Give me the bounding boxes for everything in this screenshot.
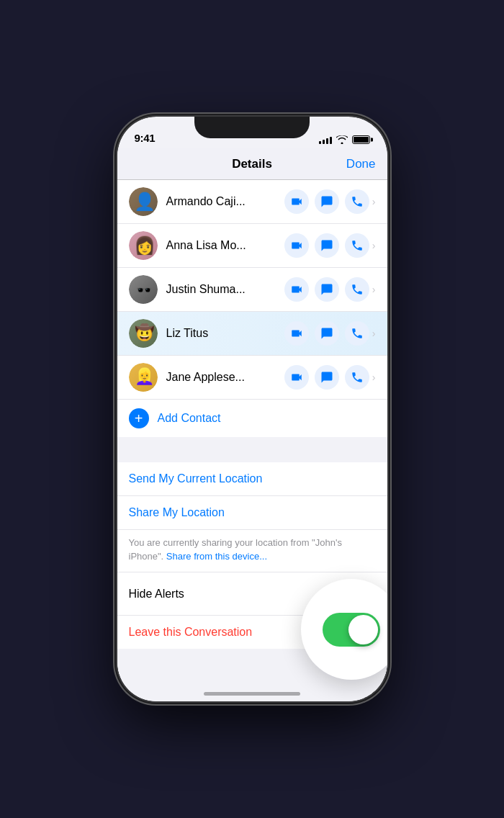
share-location-text: Share My Location	[129, 506, 225, 518]
chat-icon	[320, 327, 333, 340]
video-icon	[290, 371, 303, 384]
contact-name-armando: Armando Caji...	[166, 195, 284, 208]
wifi-icon	[336, 135, 348, 144]
chevron-icon-anna: ›	[372, 240, 376, 251]
add-contact-label: Add Contact	[158, 412, 221, 425]
battery-fill	[354, 137, 369, 143]
video-call-button-anna[interactable]	[284, 233, 309, 258]
video-call-button-liz[interactable]	[284, 321, 309, 346]
video-call-button-jane[interactable]	[284, 365, 309, 390]
notch	[194, 117, 310, 138]
phone-icon	[351, 371, 364, 384]
chevron-icon-armando: ›	[372, 196, 376, 207]
contact-actions-liz	[284, 321, 369, 346]
video-icon	[290, 239, 303, 252]
call-button-justin[interactable]	[345, 277, 369, 302]
avatar-justin	[129, 275, 158, 304]
chevron-icon-liz: ›	[372, 328, 376, 339]
add-contact-plus-icon: +	[129, 408, 149, 428]
send-location-text: Send My Current Location	[129, 472, 263, 485]
avatar-armando	[129, 187, 158, 216]
video-call-button-justin[interactable]	[284, 277, 309, 302]
signal-bar-2	[323, 140, 325, 144]
send-location-row[interactable]: Send My Current Location	[117, 462, 387, 496]
video-icon	[290, 327, 303, 340]
video-icon	[290, 195, 303, 208]
done-button[interactable]: Done	[346, 157, 376, 171]
contact-name-justin: Justin Shuma...	[166, 283, 284, 296]
chevron-icon-jane: ›	[372, 372, 376, 383]
share-location-row[interactable]: Share My Location	[117, 496, 387, 530]
contact-name-liz: Liz Titus	[166, 327, 284, 340]
video-icon	[290, 283, 303, 296]
contact-actions-armando	[284, 189, 369, 214]
contacts-section: Armando Caji... ›	[117, 180, 387, 437]
nav-bar: Details Done	[117, 148, 387, 180]
avatar-liz-image	[129, 319, 158, 348]
phone-icon	[351, 195, 364, 208]
call-button-liz[interactable]	[345, 321, 369, 346]
phone-icon	[351, 283, 364, 296]
chat-icon	[320, 239, 333, 252]
video-call-button-armando[interactable]	[284, 189, 309, 214]
call-button-jane[interactable]	[345, 365, 369, 390]
phone-frame: 9:41	[117, 117, 387, 701]
location-description: You are currently sharing your location …	[117, 530, 387, 572]
contact-row-justin[interactable]: Justin Shuma... ›	[117, 268, 387, 312]
call-button-armando[interactable]	[345, 189, 369, 214]
contact-name-anna: Anna Lisa Mo...	[166, 239, 284, 252]
contact-row-anna[interactable]: Anna Lisa Mo... ›	[117, 224, 387, 268]
contact-name-jane: Jane Applese...	[166, 371, 284, 384]
leave-conversation-text: Leave this Conversation	[129, 626, 253, 638]
avatar-justin-image	[129, 275, 158, 304]
signal-bars-icon	[319, 135, 332, 144]
avatar-jane	[129, 363, 158, 392]
avatar-anna-image	[129, 231, 158, 260]
message-button-liz[interactable]	[315, 321, 339, 346]
signal-bar-4	[330, 137, 332, 144]
battery-icon	[352, 135, 370, 144]
contact-row-liz[interactable]: Liz Titus ›	[117, 312, 387, 356]
status-icons	[319, 135, 370, 144]
hide-alerts-label: Hide Alerts	[129, 588, 184, 601]
avatar-jane-image	[129, 363, 158, 392]
chat-icon	[320, 371, 333, 384]
phone-icon	[351, 239, 364, 252]
message-button-jane[interactable]	[315, 365, 339, 390]
contact-actions-jane	[284, 365, 369, 390]
zoom-toggle	[323, 613, 380, 647]
chat-icon	[320, 195, 333, 208]
location-desc-text: You are currently sharing your location …	[129, 537, 342, 562]
avatar-armando-image	[129, 187, 158, 216]
message-button-anna[interactable]	[315, 233, 339, 258]
avatar-liz	[129, 319, 158, 348]
signal-bar-3	[326, 138, 328, 144]
share-from-device-link[interactable]: Share from this device...	[166, 551, 267, 562]
phone-wrapper: 9:41	[0, 0, 504, 818]
chat-icon	[320, 283, 333, 296]
section-gap-1	[117, 437, 387, 462]
contact-row-jane[interactable]: Jane Applese... ›	[117, 356, 387, 399]
contact-row-armando[interactable]: Armando Caji... ›	[117, 180, 387, 224]
avatar-anna	[129, 231, 158, 260]
add-contact-row[interactable]: + Add Contact	[117, 399, 387, 437]
home-indicator	[204, 692, 300, 696]
signal-bar-1	[319, 141, 321, 144]
screen: 9:41	[117, 117, 387, 701]
chevron-icon-justin: ›	[372, 284, 376, 295]
contact-actions-justin	[284, 277, 369, 302]
contact-actions-anna	[284, 233, 369, 258]
phone-icon	[351, 327, 364, 340]
status-time: 9:41	[135, 132, 156, 144]
message-button-justin[interactable]	[315, 277, 339, 302]
message-button-armando[interactable]	[315, 189, 339, 214]
nav-title: Details	[232, 157, 272, 171]
call-button-anna[interactable]	[345, 233, 369, 258]
